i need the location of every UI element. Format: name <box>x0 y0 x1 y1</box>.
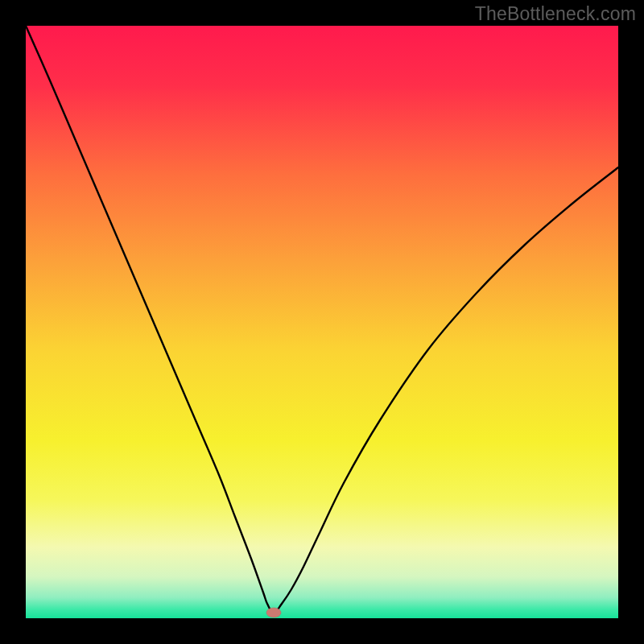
minimum-marker <box>266 608 281 617</box>
plot-area <box>26 26 618 618</box>
chart-frame: TheBottleneck.com <box>0 0 644 644</box>
bottleneck-chart-svg <box>26 26 618 618</box>
watermark-label: TheBottleneck.com <box>475 3 636 25</box>
